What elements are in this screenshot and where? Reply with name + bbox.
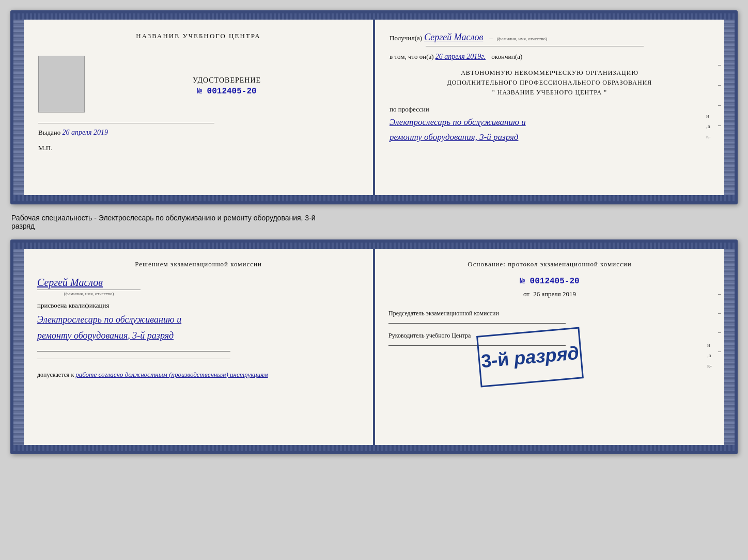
side-dashes-card2-right: – – – – <box>716 290 721 355</box>
card2-inner: Решением экзаменационной комиссии Сергей… <box>24 249 724 445</box>
fio-hint-card1: (фамилия, имя, отчество) <box>497 36 547 41</box>
letter-k: к- <box>706 133 711 139</box>
sig-lines-card2 <box>37 351 360 359</box>
sig-line1 <box>37 351 230 351</box>
org-line3: " НАЗВАНИЕ УЧЕБНОГО ЦЕНТРА " <box>389 88 710 98</box>
between-line1: Рабочая специальность - Электрослесарь п… <box>11 214 316 222</box>
card1-inner: НАЗВАНИЕ УЧЕБНОГО ЦЕНТРА УДОСТОВЕРЕНИЕ №… <box>24 20 724 195</box>
letter-i: и <box>706 113 711 119</box>
card2-right-page: Основание: протокол экзаменационной коми… <box>375 249 724 445</box>
rukovoditel-label: Руководитель учебного Центра <box>388 332 471 339</box>
dash-r4: – <box>718 347 721 355</box>
number2: № 0012405-20 <box>388 277 711 286</box>
left-strip-card2 <box>13 249 24 445</box>
dopuskaetsya-block: допускается к работе согласно должностны… <box>37 370 360 380</box>
vydano-label: Выдано <box>38 129 60 136</box>
right-strip-card1 <box>724 20 735 195</box>
between-text: Рабочая специальность - Электрослесарь п… <box>10 214 738 230</box>
letter-ya: ,а <box>706 123 711 129</box>
org-block-right: АВТОНОМНУЮ НЕКОММЕРЧЕСКУЮ ОРГАНИЗАЦИЮ ДО… <box>389 68 710 98</box>
right-strip-card2 <box>724 249 735 445</box>
udostoverenie-title: УДОСТОВЕРЕНИЕ <box>95 76 359 85</box>
prisvoena-label: присвоена квалификация <box>37 301 360 310</box>
fio-block-card2: Сергей Маслов (фамилия, имя, отчество) <box>37 277 360 296</box>
po-professii-text: по профессии <box>389 105 429 113</box>
side-dashes-right: – – – – <box>716 61 721 129</box>
org-line2: ДОПОЛНИТЕЛЬНОГО ПРОФЕССИОНАЛЬНОГО ОБРАЗО… <box>389 78 710 88</box>
vtom-label: в том, что он(а) <box>389 53 434 60</box>
dash-r3: – <box>718 328 721 336</box>
card1: НАЗВАНИЕ УЧЕБНОГО ЦЕНТРА УДОСТОВЕРЕНИЕ №… <box>10 10 738 204</box>
vydano-line: Выдано 26 апреля 2019 <box>38 129 359 137</box>
kvalif-line1: Электрослесарь по обслуживанию и <box>37 313 360 327</box>
cert-number: № 0012405-20 <box>95 87 359 96</box>
card1-right-page: Получил(а) Сергей Маслов – (фамилия, имя… <box>375 20 724 195</box>
kvalif-line2: ремонту оборудования, 3-й разряд <box>37 329 360 343</box>
dash-r2: – <box>718 309 721 317</box>
card2-left-page: Решением экзаменационной комиссии Сергей… <box>24 249 373 445</box>
stamp-text: 3-й разряд <box>480 343 580 372</box>
fio-hint-card2: (фамилия, имя, отчество) <box>37 290 141 296</box>
top-strip-card2 <box>13 243 735 249</box>
stamp-line1: 3-й разряд <box>480 342 580 372</box>
dash-r1: – <box>718 290 721 298</box>
ot-label: от <box>523 290 529 298</box>
ot-date: 26 апреля 2019 <box>533 290 576 298</box>
profession-line1: Электрослесарь по обслуживанию и <box>389 116 710 129</box>
okonchil: окончил(а) <box>491 53 522 60</box>
dash2: – <box>718 81 721 89</box>
resheniem-title: Решением экзаменационной комиссии <box>37 259 360 269</box>
letter-ya2: ,а <box>707 352 712 358</box>
bottom-area-left: Выдано 26 апреля 2019 <box>38 123 359 137</box>
bottom-strip-card1 <box>13 195 735 201</box>
bottom-strip-card2 <box>13 445 735 451</box>
photo-placeholder <box>38 56 85 113</box>
poluchil-label: Получил(а) <box>389 34 422 42</box>
stamp: 3-й разряд <box>476 327 584 387</box>
left-strip-card1 <box>13 20 24 195</box>
letter-i2: и <box>707 342 712 348</box>
dopusk-label: допускается к <box>37 371 74 378</box>
ot-line: от 26 апреля 2019 <box>388 290 711 298</box>
dash-after-name: – <box>489 34 493 42</box>
recipient-name: Сергей Маслов <box>424 32 483 42</box>
predsedatel-block: Председатель экзаменационной комиссии <box>388 309 711 324</box>
sig-predsedatel <box>388 323 566 324</box>
vtom-row: в том, что он(а) 26 апреля 2019г. окончи… <box>389 53 710 61</box>
card2: Решением экзаменационной комиссии Сергей… <box>10 239 738 454</box>
org-title-left: НАЗВАНИЕ УЧЕБНОГО ЦЕНТРА <box>38 32 359 40</box>
side-letters: и ,а к- <box>706 113 711 139</box>
vtom-date: 26 апреля 2019г. <box>435 53 486 60</box>
dash4: – <box>718 121 721 129</box>
vydano-date: 26 апреля 2019 <box>63 129 108 136</box>
org-line1: АВТОНОМНУЮ НЕКОММЕРЧЕСКУЮ ОРГАНИЗАЦИЮ <box>389 68 710 78</box>
between-line2: разряд <box>11 222 35 230</box>
poluchil-row: Получил(а) Сергей Маслов – (фамилия, имя… <box>389 32 710 43</box>
top-strip-card1 <box>13 13 735 20</box>
dopusk-value: работе согласно должностным (производств… <box>75 371 268 378</box>
fio-name-card2: Сергей Маслов <box>37 277 360 289</box>
predsedatel-label: Председатель экзаменационной комиссии <box>388 310 499 317</box>
po-professii-label: по профессии Электрослесарь по обслужива… <box>389 105 710 144</box>
letter-k2: к- <box>707 362 712 369</box>
card1-left-page: НАЗВАНИЕ УЧЕБНОГО ЦЕНТРА УДОСТОВЕРЕНИЕ №… <box>24 20 373 195</box>
dash3: – <box>718 101 721 109</box>
sig-line2 <box>37 359 230 359</box>
dash1: – <box>718 61 721 69</box>
profession-line2: ремонту оборудования, 3-й разряд <box>389 131 710 144</box>
mp-label: М.П. <box>38 144 359 152</box>
osnovanie-title: Основание: протокол экзаменационной коми… <box>388 259 711 269</box>
page-wrapper: НАЗВАНИЕ УЧЕБНОГО ЦЕНТРА УДОСТОВЕРЕНИЕ №… <box>10 10 738 454</box>
side-letters-card2: и ,а к- <box>707 342 712 369</box>
